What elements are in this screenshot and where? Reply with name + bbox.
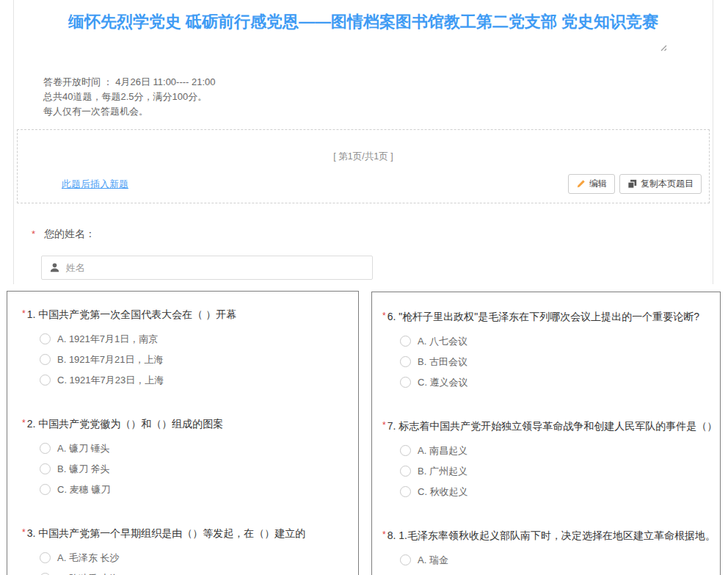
question-title: *7. 标志着中国共产党开始独立领导革命战争和创建人民军队的事件是（） — [382, 418, 714, 433]
option-label: A. 南昌起义 — [418, 444, 467, 458]
question-text: 中国共产党第一次全国代表大会在（ ）开幕 — [38, 308, 236, 320]
required-asterisk: * — [22, 418, 26, 428]
radio-option[interactable]: B. 广州起义 — [400, 465, 714, 477]
option-label: C. 麦穗 镰刀 — [57, 483, 110, 496]
question-number: 7. — [387, 420, 396, 432]
question-number: 3. — [27, 527, 36, 539]
question-7: *7. 标志着中国共产党开始独立领导革命战争和创建人民军队的事件是（） A. 南… — [382, 418, 714, 498]
option-label: B. 镰刀 斧头 — [57, 463, 110, 476]
required-asterisk: * — [32, 228, 35, 239]
question-2: *2. 中国共产党党徽为（）和（）组成的图案 A. 镰刀 锤头 B. 镰刀 斧头… — [22, 416, 351, 496]
radio-option[interactable]: C. 秋收起义 — [400, 485, 714, 498]
radio-icon[interactable] — [40, 484, 51, 495]
radio-icon[interactable] — [40, 354, 51, 365]
radio-option[interactable]: C. 1921年7月23日，上海 — [40, 374, 351, 386]
radio-icon[interactable] — [400, 377, 411, 388]
question-number: 2. — [27, 418, 36, 430]
question-6: *6. "枪杆子里出政权"是毛泽东在下列哪次会议上提出的一个重要论断? A. 八… — [382, 308, 714, 388]
question-number: 1. — [27, 308, 36, 320]
radio-option[interactable]: B. 陈独秀 上海 — [40, 572, 351, 575]
desc-line: 每人仅有一次答题机会。 — [43, 104, 216, 119]
edit-button[interactable]: 编辑 — [568, 174, 615, 194]
radio-option[interactable]: B. 镰刀 斧头 — [40, 463, 351, 475]
copy-page-button[interactable]: 复制本页题目 — [619, 174, 702, 194]
survey-description: 答卷开放时间 ： 4月26日 11:00---- 21:00 总共40道题，每题… — [43, 75, 216, 119]
name-question-label: *您的姓名： — [32, 228, 95, 241]
radio-option[interactable]: A. 南昌起义 — [400, 444, 714, 457]
question-text: 1.毛泽东率领秋收起义部队南下时，决定选择在地区建立革命根据地。 — [398, 529, 716, 541]
page-toolbar: 编辑 复制本页题目 — [568, 174, 702, 194]
question-title: *6. "枪杆子里出政权"是毛泽东在下列哪次会议上提出的一个重要论断? — [382, 308, 714, 324]
resize-handle-icon[interactable] — [658, 43, 667, 51]
radio-option[interactable]: A. 八七会议 — [400, 335, 714, 347]
radio-option[interactable]: B. 古田会议 — [400, 355, 714, 368]
survey-header-panel: 缅怀先烈学党史 砥砺前行感党恩——图情档案图书馆教工第二党支部 党史知识竞赛 答… — [13, 0, 713, 284]
radio-icon[interactable] — [400, 336, 411, 347]
question-text: 中国共产党党徽为（）和（）组成的图案 — [38, 418, 223, 430]
question-8: *8. 1.毛泽东率领秋收起义部队南下时，决定选择在地区建立革命根据地。 A. … — [382, 527, 714, 566]
radio-icon[interactable] — [40, 443, 51, 454]
required-asterisk: * — [22, 308, 26, 319]
question-panel-right: *6. "枪杆子里出政权"是毛泽东在下列哪次会议上提出的一个重要论断? A. 八… — [371, 292, 721, 575]
desc-line: 答卷开放时间 ： 4月26日 11:00---- 21:00 — [43, 75, 216, 90]
option-label: B. 广州起义 — [418, 465, 467, 478]
required-asterisk: * — [382, 529, 386, 540]
question-number: 6. — [387, 311, 396, 322]
option-label: C. 1921年7月23日，上海 — [57, 374, 164, 387]
copy-icon — [627, 179, 637, 189]
radio-icon[interactable] — [400, 486, 411, 497]
radio-option[interactable]: A. 镰刀 锤头 — [40, 442, 351, 455]
radio-option[interactable]: A. 瑞金 — [400, 554, 714, 566]
desc-line: 总共40道题，每题2.5分，满分100分。 — [43, 90, 216, 104]
radio-icon[interactable] — [40, 463, 51, 474]
page-indicator: [ 第1页/共1页 ] — [18, 151, 709, 163]
copy-page-button-label: 复制本页题目 — [641, 178, 694, 190]
question-number: 8. — [387, 529, 396, 541]
name-input-placeholder: 姓名 — [66, 261, 85, 275]
question-title: *3. 中国共产党第一个早期组织是由（）等发起，在（）建立的 — [22, 525, 351, 540]
radio-icon[interactable] — [40, 375, 51, 386]
option-label: A. 瑞金 — [418, 554, 448, 567]
radio-option[interactable]: A. 毛泽东 长沙 — [40, 552, 351, 564]
option-label: A. 1921年7月1日，南京 — [57, 333, 158, 346]
question-panel-left: *1. 中国共产党第一次全国代表大会在（ ）开幕 A. 1921年7月1日，南京… — [7, 291, 359, 575]
option-label: A. 毛泽东 长沙 — [57, 552, 120, 565]
radio-icon[interactable] — [400, 466, 411, 477]
page-section: [ 第1页/共1页 ] 此题后插入新题 编辑 复制本页题目 — [17, 129, 710, 203]
radio-icon[interactable] — [40, 552, 51, 563]
edit-button-label: 编辑 — [589, 178, 607, 190]
radio-icon[interactable] — [400, 445, 411, 456]
radio-option[interactable]: C. 遵义会议 — [400, 376, 714, 388]
pencil-icon — [576, 179, 586, 189]
radio-option[interactable]: C. 麦穗 镰刀 — [40, 483, 351, 496]
required-asterisk: * — [382, 420, 386, 430]
required-asterisk: * — [382, 311, 386, 321]
required-asterisk: * — [22, 527, 26, 538]
question-1: *1. 中国共产党第一次全国代表大会在（ ）开幕 A. 1921年7月1日，南京… — [22, 306, 351, 386]
option-label: C. 秋收起义 — [418, 485, 468, 499]
name-input[interactable]: 姓名 — [41, 256, 373, 280]
user-icon — [49, 262, 60, 273]
question-3: *3. 中国共产党第一个早期组织是由（）等发起，在（）建立的 A. 毛泽东 长沙… — [22, 525, 351, 575]
option-label: A. 镰刀 锤头 — [57, 442, 110, 455]
radio-icon[interactable] — [40, 333, 51, 344]
option-label: B. 1921年7月21日，上海 — [57, 353, 164, 366]
option-label: B. 古田会议 — [418, 355, 467, 369]
option-label: A. 八七会议 — [418, 335, 467, 348]
option-label: B. 陈独秀 上海 — [57, 572, 120, 575]
question-title: *8. 1.毛泽东率领秋收起义部队南下时，决定选择在地区建立革命根据地。 — [382, 527, 714, 543]
name-label-text: 您的姓名： — [44, 228, 95, 239]
radio-icon[interactable] — [400, 356, 411, 367]
question-text: 标志着中国共产党开始独立领导革命战争和创建人民军队的事件是（） — [398, 420, 717, 432]
question-text: 中国共产党第一个早期组织是由（）等发起，在（）建立的 — [38, 527, 305, 539]
radio-option[interactable]: A. 1921年7月1日，南京 — [40, 333, 351, 345]
survey-title[interactable]: 缅怀先烈学党史 砥砺前行感党恩——图情档案图书馆教工第二党支部 党史知识竞赛 — [57, 10, 670, 33]
radio-option[interactable]: B. 1921年7月21日，上海 — [40, 353, 351, 366]
question-title: *2. 中国共产党党徽为（）和（）组成的图案 — [22, 416, 351, 431]
radio-icon[interactable] — [400, 554, 411, 565]
question-text: "枪杆子里出政权"是毛泽东在下列哪次会议上提出的一个重要论断? — [398, 311, 699, 322]
insert-question-link[interactable]: 此题后插入新题 — [62, 178, 128, 191]
question-title: *1. 中国共产党第一次全国代表大会在（ ）开幕 — [22, 306, 351, 322]
option-label: C. 遵义会议 — [418, 376, 468, 389]
